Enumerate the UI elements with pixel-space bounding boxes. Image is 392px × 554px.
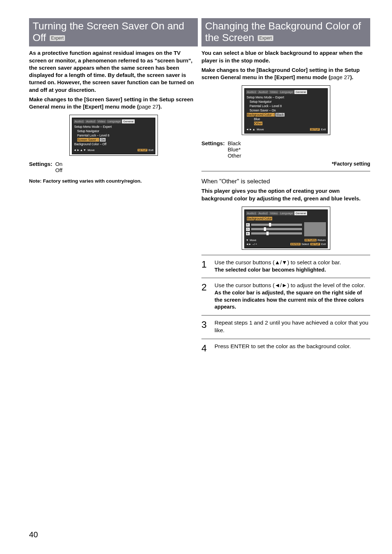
tab-video: Video (97, 119, 106, 123)
tab-language: Language (107, 119, 122, 123)
arrow-icons: ◄►▲▼ (74, 148, 87, 152)
settings-label: Settings: (29, 161, 52, 173)
right-title-text: Changing the Background Color of the Scr… (205, 20, 361, 43)
tab-general: General (122, 119, 134, 123)
osd-line: Setup Menu Mode – Expert (74, 125, 154, 129)
expert-badge: Expert (258, 35, 273, 41)
left-instruction: Make changes to the [Screen Saver] setti… (29, 96, 198, 111)
arrow-icons: ◄►▲ (246, 128, 256, 131)
left-column: Turning the Screen Saver On and Off Expe… (29, 18, 198, 358)
page-number: 40 (29, 530, 38, 539)
when-other-text: This player gives you the option of crea… (201, 187, 370, 202)
tab-audio2: Audio2 (85, 119, 96, 123)
slider-g: G (246, 228, 302, 231)
step-2: 2 Use the cursor buttons (◄/►) to adjust… (201, 282, 370, 311)
setting-blue: Blue* (228, 146, 241, 152)
right-intro: You can select a blue or black backgroun… (201, 49, 370, 64)
left-intro: As a protective function against residua… (29, 49, 198, 94)
osd-line: Setup Navigator (74, 129, 154, 133)
osd-line-highlight: Background Color – Black (246, 113, 326, 117)
step-3: 3 Repeat steps 1 and 2 until you have ac… (201, 319, 370, 334)
when-other-heading: When "Other" is selected (201, 178, 370, 185)
factory-note: *Factory setting (201, 161, 370, 167)
osd-tabs: Audio1 Audio2 Video Language General (74, 119, 154, 123)
tab-audio1: Audio1 (74, 119, 85, 123)
expert-badge: Expert (50, 35, 65, 41)
left-note: Note: Factory setting varies with countr… (29, 178, 198, 184)
down-arrow-icon: ▼ (246, 239, 249, 242)
right-settings: Settings: Black Blue* Other (201, 140, 370, 159)
setting-on: On (55, 161, 62, 167)
left-title-bar: Turning the Screen Saver On and Off Expe… (29, 18, 198, 46)
right-instruction: Make changes to the [Background Color] s… (201, 66, 370, 81)
slider-r: R (246, 223, 302, 227)
osd-screensaver: Audio1 Audio2 Video Language General Set… (69, 115, 158, 156)
step-strong: The selected color bar becomes highlight… (215, 266, 370, 274)
osd-line: Parental Lock – Level 8 (74, 133, 154, 138)
divider (201, 171, 370, 171)
step-text: Use the cursor buttons (▲/▼) to select a… (215, 259, 370, 266)
setup-chip: SETUP (138, 149, 147, 151)
lr-arrow-icon: ◄► (246, 243, 252, 246)
left-settings: Settings: On Off (29, 161, 198, 173)
step-4: 4 Press ENTER to set the color as the ba… (201, 343, 370, 354)
setting-black: Black (228, 140, 241, 146)
osd-move-label: Move (87, 148, 95, 152)
osd-exit-label: Exit (148, 148, 153, 152)
setting-off: Off (55, 167, 62, 173)
osd-line: Background Color – Off (74, 142, 154, 146)
setting-other: Other (228, 152, 241, 159)
osd-rgb: Audio1 Audio2 Video Language General Bac… (242, 207, 330, 250)
slider-b: B (246, 232, 302, 235)
right-column: Changing the Background Color of the Scr… (201, 18, 370, 358)
osd-bgcolor: Audio1 Audio2 Video Language General Set… (242, 85, 330, 135)
right-title-bar: Changing the Background Color of the Scr… (201, 18, 370, 46)
divider (201, 255, 370, 255)
step-list: 1 Use the cursor buttons (▲/▼) to select… (201, 259, 370, 354)
color-preview (304, 222, 326, 236)
osd-line-highlight: Screen Saver – On (74, 138, 154, 142)
step-1: 1 Use the cursor buttons (▲/▼) to select… (201, 259, 370, 273)
